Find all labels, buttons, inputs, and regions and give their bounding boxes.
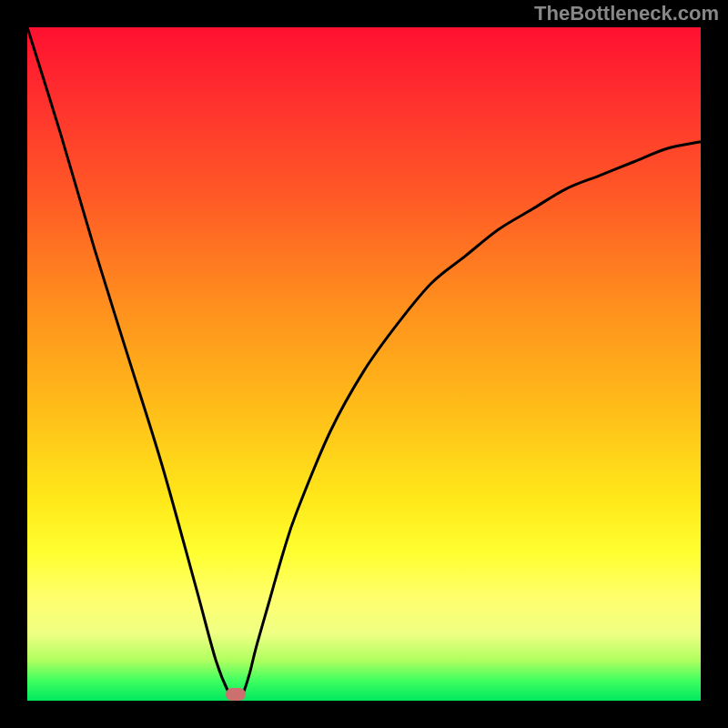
- watermark-label: TheBottleneck.com: [534, 2, 719, 25]
- plot-area: [27, 27, 701, 701]
- bottleneck-curve: [27, 27, 701, 701]
- chart-frame: TheBottleneck.com: [0, 0, 728, 728]
- indicator-dot: [226, 688, 246, 701]
